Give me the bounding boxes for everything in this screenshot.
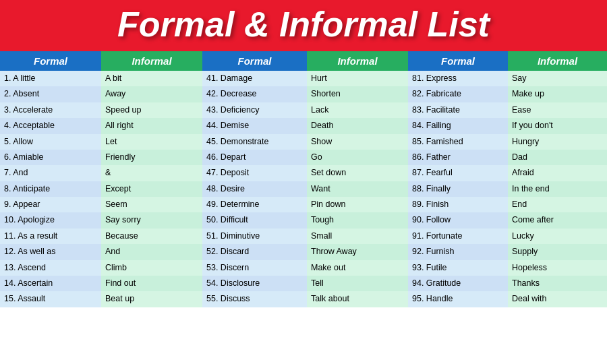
col-header-formal-3: Formal: [408, 51, 508, 71]
table-container: Formal Informal Formal Informal Formal I…: [0, 51, 607, 307]
table-row: Thanks: [508, 276, 607, 291]
table-row: All right: [101, 118, 202, 133]
table-row: 5. Allow: [0, 134, 101, 150]
table-row: 85. Famished: [408, 134, 508, 150]
table-row: Throw Away: [307, 244, 408, 260]
table-row: If you don't: [508, 118, 607, 133]
table-row: 14. Ascertain: [0, 276, 101, 291]
table-row: Lucky: [508, 229, 607, 244]
table-row: Climb: [101, 260, 202, 276]
table-row: Say: [508, 71, 607, 86]
table-row: Ease: [508, 102, 607, 118]
column-formal-3: 81. Express82. Fabricate83. Facilitate84…: [408, 71, 508, 307]
table-row: 11. As a result: [0, 229, 101, 244]
table-row: Lack: [307, 102, 408, 118]
table-row: Make up: [508, 86, 607, 102]
table-row: Hurt: [307, 71, 408, 86]
table-row: Because: [101, 229, 202, 244]
table-row: 42. Decrease: [202, 86, 307, 102]
table-row: End: [508, 197, 607, 212]
table-row: 7. And: [0, 165, 101, 181]
data-rows: 1. A little2. Absent3. Accelerate4. Acce…: [0, 71, 607, 307]
table-row: 92. Furnish: [408, 244, 508, 260]
column-formal-2: 41. Damage42. Decrease43. Deficiency44. …: [202, 71, 307, 307]
table-row: In the end: [508, 181, 607, 197]
table-row: Want: [307, 181, 408, 197]
table-row: 53. Discern: [202, 260, 307, 276]
table-row: 15. Assault: [0, 291, 101, 307]
table-row: Seem: [101, 197, 202, 212]
table-row: Hopeless: [508, 260, 607, 276]
table-row: 54. Disclosure: [202, 276, 307, 291]
table-row: 86. Father: [408, 150, 508, 165]
table-row: Deal with: [508, 291, 607, 307]
table-row: Go: [307, 150, 408, 165]
table-row: 52. Discard: [202, 244, 307, 260]
table-row: 95. Handle: [408, 291, 508, 307]
table-row: 49. Determine: [202, 197, 307, 212]
table-row: 89. Finish: [408, 197, 508, 212]
page-header: Formal & Informal List: [0, 0, 607, 51]
table-row: Shorten: [307, 86, 408, 102]
column-headers: Formal Informal Formal Informal Formal I…: [0, 51, 607, 71]
table-row: Show: [307, 134, 408, 150]
table-row: Friendly: [101, 150, 202, 165]
col-header-informal-2: Informal: [307, 51, 408, 71]
table-row: &: [101, 165, 202, 181]
table-row: 50. Difficult: [202, 212, 307, 228]
table-row: 41. Damage: [202, 71, 307, 86]
table-row: 8. Anticipate: [0, 181, 101, 197]
table-row: 12. As well as: [0, 244, 101, 260]
table-row: 13. Ascend: [0, 260, 101, 276]
col-header-informal-1: Informal: [101, 51, 202, 71]
table-row: 90. Follow: [408, 212, 508, 228]
table-row: Speed up: [101, 102, 202, 118]
table-row: 84. Failing: [408, 118, 508, 133]
table-row: 45. Demonstrate: [202, 134, 307, 150]
table-row: Supply: [508, 244, 607, 260]
table-row: Small: [307, 229, 408, 244]
page-title: Formal & Informal List: [0, 7, 607, 42]
table-row: 94. Gratitude: [408, 276, 508, 291]
table-row: 10. Apologize: [0, 212, 101, 228]
table-row: 6. Amiable: [0, 150, 101, 165]
table-row: 44. Demise: [202, 118, 307, 133]
col-header-formal-1: Formal: [0, 51, 101, 71]
table-row: Say sorry: [101, 212, 202, 228]
table-row: 93. Futile: [408, 260, 508, 276]
table-row: 46. Depart: [202, 150, 307, 165]
table-row: And: [101, 244, 202, 260]
table-row: Set down: [307, 165, 408, 181]
column-formal-1: 1. A little2. Absent3. Accelerate4. Acce…: [0, 71, 101, 307]
table-row: Beat up: [101, 291, 202, 307]
table-row: Death: [307, 118, 408, 133]
table-row: Talk about: [307, 291, 408, 307]
column-informal-3: SayMake upEaseIf you don'tHungryDadAfrai…: [508, 71, 607, 307]
table-row: Let: [101, 134, 202, 150]
column-informal-2: HurtShortenLackDeathShowGoSet downWantPi…: [307, 71, 408, 307]
table-row: 47. Deposit: [202, 165, 307, 181]
table-row: 4. Acceptable: [0, 118, 101, 133]
column-informal-1: A bitAwaySpeed upAll rightLetFriendly&Ex…: [101, 71, 202, 307]
table-row: Afraid: [508, 165, 607, 181]
col-header-informal-3: Informal: [508, 51, 607, 71]
table-row: Come after: [508, 212, 607, 228]
table-row: 1. A little: [0, 71, 101, 86]
table-row: Dad: [508, 150, 607, 165]
table-row: 3. Accelerate: [0, 102, 101, 118]
table-row: 2. Absent: [0, 86, 101, 102]
table-row: 9. Appear: [0, 197, 101, 212]
table-row: 82. Fabricate: [408, 86, 508, 102]
table-row: 83. Facilitate: [408, 102, 508, 118]
table-row: Pin down: [307, 197, 408, 212]
table-row: 87. Fearful: [408, 165, 508, 181]
table-row: 81. Express: [408, 71, 508, 86]
col-header-formal-2: Formal: [202, 51, 307, 71]
table-row: Except: [101, 181, 202, 197]
table-row: 91. Fortunate: [408, 229, 508, 244]
table-row: Hungry: [508, 134, 607, 150]
table-row: 88. Finally: [408, 181, 508, 197]
table-row: A bit: [101, 71, 202, 86]
table-row: 48. Desire: [202, 181, 307, 197]
table-row: Tough: [307, 212, 408, 228]
